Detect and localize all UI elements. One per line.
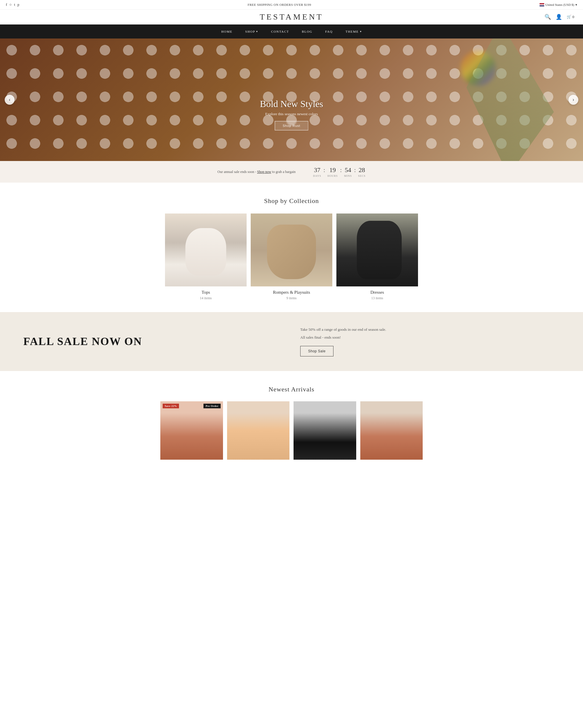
hero-subtitle: Explore this seasons newest colors (260, 112, 323, 116)
badge-preorder: Pre Order (203, 404, 220, 408)
hero-section: ‹ Bold New Styles Explore this seasons n… (0, 38, 583, 161)
facebook-icon[interactable]: f (6, 2, 7, 7)
countdown-separator-2: : (340, 167, 342, 174)
arrival-card-1[interactable]: Save 22% Pre Order (160, 401, 223, 460)
nav-item-shop[interactable]: SHOP ▾ (239, 25, 265, 38)
collection-card-dresses[interactable]: Dresses 13 items (336, 213, 418, 301)
chevron-down-icon: ▾ (256, 30, 258, 33)
region-label: United States (USD $) (546, 3, 574, 6)
collection-name-rompers: Rompers & Playsuits (251, 290, 332, 295)
region-selector[interactable]: United States (USD $) ▾ (539, 3, 577, 7)
instagram-icon[interactable]: ○ (9, 2, 12, 7)
countdown-mins: 54 Mins (344, 166, 352, 177)
collection-count-dresses: 13 items (336, 296, 418, 301)
collection-section: Shop by Collection Tops 14 items Rompers… (0, 183, 583, 312)
site-logo[interactable]: TESTAMENT (260, 12, 323, 22)
countdown-banner: Our annual sale ends soon - Shop now to … (0, 161, 583, 183)
countdown-days: 37 Days (313, 166, 321, 177)
collection-name-dresses: Dresses (336, 290, 418, 295)
pinterest-icon[interactable]: p (18, 2, 20, 7)
hero-title: Bold New Styles (260, 99, 323, 109)
social-icons: f ○ t p (6, 2, 19, 7)
chevron-down-icon: ▾ (576, 3, 577, 7)
hero-prev-button[interactable]: ‹ (5, 95, 15, 105)
collection-name-tops: Tops (165, 290, 247, 295)
sale-banner-right: Take 50% off a range of goods in our end… (300, 327, 560, 357)
collection-section-title: Shop by Collection (6, 197, 577, 205)
collection-card-rompers[interactable]: Rompers & Playsuits 9 items (251, 213, 332, 301)
sale-title: FALL SALE NOW ON (23, 335, 283, 348)
top-bar: f ○ t p FREE SHIPPING ON ORDERS OVER $19… (0, 0, 583, 10)
nav-item-home[interactable]: HOME (215, 25, 239, 38)
collection-img-tops (165, 213, 247, 286)
collection-img-dresses (336, 213, 418, 286)
nav-item-faq[interactable]: FAQ (318, 25, 339, 38)
arrivals-section-title: Newest Arrivals (6, 386, 577, 393)
shipping-banner: FREE SHIPPING ON ORDERS OVER $199 (248, 3, 311, 6)
sale-description-2: All sales final - ends soon! (300, 335, 560, 341)
collection-count-tops: 14 items (165, 296, 247, 301)
sale-description-1: Take 50% off a range of goods in our end… (300, 327, 560, 333)
chevron-down-icon: ▾ (360, 30, 362, 33)
arrival-img-1: Save 22% Pre Order (160, 401, 223, 460)
cart-icon[interactable]: 🛒 0 (567, 15, 574, 19)
collection-count-rompers: 9 items (251, 296, 332, 301)
countdown-text: Our annual sale ends soon - Shop now to … (218, 170, 296, 174)
arrival-card-4[interactable] (360, 401, 423, 460)
arrival-card-3[interactable] (294, 401, 356, 460)
arrivals-grid: Save 22% Pre Order (160, 401, 423, 460)
nav-item-blog[interactable]: BLOG (296, 25, 319, 38)
arrivals-section: Newest Arrivals Save 22% Pre Order (0, 371, 583, 468)
sale-banner-left: FALL SALE NOW ON (23, 335, 283, 348)
arrival-img-3 (294, 401, 356, 460)
account-icon[interactable]: 👤 (556, 14, 562, 20)
sale-button[interactable]: Shop Sale (300, 346, 333, 357)
countdown-text-after: to grab a bargain (272, 170, 296, 174)
flag-icon (539, 3, 544, 6)
hero-content: Bold New Styles Explore this seasons new… (260, 99, 323, 130)
search-icon[interactable]: 🔍 (545, 14, 551, 20)
countdown-text-before: Our annual sale ends soon - (218, 170, 256, 174)
countdown-hours: 19 Hours (327, 166, 338, 177)
arrival-img-2 (227, 401, 290, 460)
main-nav: HOME SHOP ▾ CONTACT BLOG FAQ THEME ▾ (0, 25, 583, 38)
nav-item-theme[interactable]: THEME ▾ (339, 25, 368, 38)
cart-count: 0 (573, 15, 575, 19)
collection-grid: Tops 14 items Rompers & Playsuits 9 item… (160, 213, 423, 301)
site-header: TESTAMENT 🔍 👤 🛒 0 (0, 10, 583, 25)
collection-card-tops[interactable]: Tops 14 items (165, 213, 247, 301)
twitter-icon[interactable]: t (14, 2, 15, 7)
header-icons: 🔍 👤 🛒 0 (545, 14, 574, 20)
countdown-shop-now-link[interactable]: Shop now (257, 170, 271, 174)
badge-save-22: Save 22% (163, 404, 179, 408)
arrival-card-2[interactable] (227, 401, 290, 460)
hero-next-button[interactable]: › (568, 95, 578, 105)
countdown-separator-3: : (354, 167, 356, 174)
nav-item-contact[interactable]: CONTACT (265, 25, 296, 38)
sale-banner: FALL SALE NOW ON Take 50% off a range of… (0, 312, 583, 371)
hero-cta-button[interactable]: Shop Rust (275, 121, 308, 130)
countdown-secs: 28 Secs (358, 166, 365, 177)
countdown-timer: 37 Days : 19 Hours : 54 Mins : 28 Secs (313, 166, 365, 177)
collection-img-rompers (251, 213, 332, 286)
countdown-separator-1: : (324, 167, 325, 174)
arrival-img-4 (360, 401, 423, 460)
